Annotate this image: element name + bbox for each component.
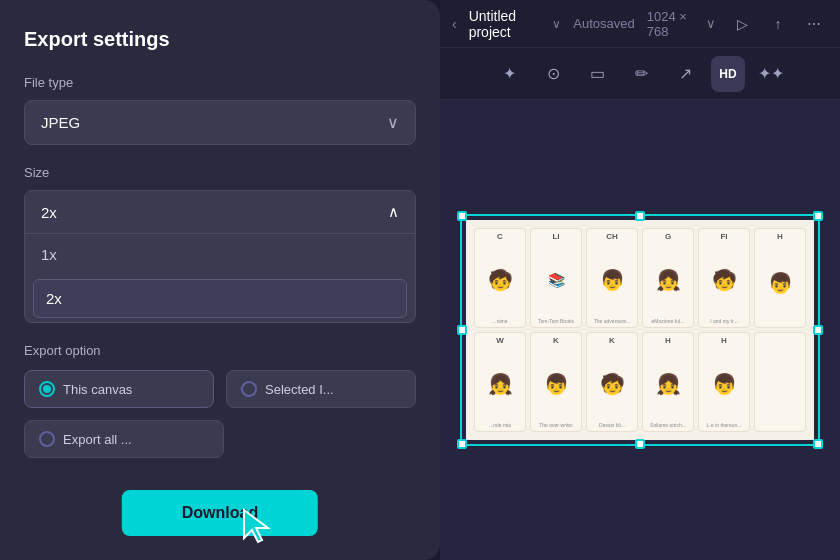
- hd-button[interactable]: HD: [711, 56, 744, 92]
- more-icon[interactable]: ⋯: [800, 10, 828, 38]
- copy-icon[interactable]: ⊙: [535, 56, 571, 92]
- top-bar-actions: ▷ ↑ ⋯: [728, 10, 828, 38]
- size-option-1x[interactable]: 1x: [25, 234, 415, 275]
- canvas-selection-border: C 🧒 ...nime Ll 📚 Tom-Tom Books CH 👦 The …: [460, 214, 820, 446]
- size-select[interactable]: 2x ∧: [24, 190, 416, 234]
- frame-icon[interactable]: ▭: [579, 56, 615, 92]
- corner-handle-bottom-right[interactable]: [813, 439, 823, 449]
- flash-card-3: CH 👦 The adventure...: [586, 228, 638, 328]
- export-options-row: This canvas Selected I...: [24, 370, 416, 408]
- export-all-label: Export all ...: [63, 432, 132, 447]
- export-all-radio: [39, 431, 55, 447]
- export-option-label: Export option: [24, 343, 416, 358]
- size-value: 2x: [41, 204, 57, 221]
- flash-card-8: K 👦 The over-writer: [530, 332, 582, 432]
- effects-icon[interactable]: ✦✦: [753, 56, 789, 92]
- canvas-area: C 🧒 ...nime Ll 📚 Tom-Tom Books CH 👦 The …: [440, 100, 840, 560]
- corner-handle-top-left[interactable]: [457, 211, 467, 221]
- export-all-option[interactable]: Export all ...: [24, 420, 224, 458]
- flash-card-7: W 👧 ...nde mia: [474, 332, 526, 432]
- flash-card-4: G 👧 eMozione-ful...: [642, 228, 694, 328]
- this-canvas-option[interactable]: This canvas: [24, 370, 214, 408]
- back-nav-icon[interactable]: ‹: [452, 16, 457, 32]
- corner-handle-bottom-mid[interactable]: [635, 439, 645, 449]
- play-icon[interactable]: ▷: [728, 10, 756, 38]
- share-icon[interactable]: ↑: [764, 10, 792, 38]
- flash-card-10: H 👧 Soliamo-strich...: [642, 332, 694, 432]
- size-option-2x[interactable]: 2x: [33, 279, 407, 318]
- corner-handle-top-mid[interactable]: [635, 211, 645, 221]
- canvas-size-text: 1024 × 768: [647, 9, 702, 39]
- canvas-size-chevron-icon[interactable]: ∨: [706, 16, 716, 31]
- file-type-select[interactable]: JPEG ∨: [24, 100, 416, 145]
- file-type-label: File type: [24, 75, 416, 90]
- size-chevron: ∧: [388, 203, 399, 221]
- selected-option[interactable]: Selected I...: [226, 370, 416, 408]
- project-chevron-icon[interactable]: ∨: [552, 17, 561, 31]
- file-type-value: JPEG: [41, 114, 80, 131]
- corner-handle-bottom-left[interactable]: [457, 439, 467, 449]
- project-title-text: Untitled project: [469, 8, 549, 40]
- size-options-list: 1x 2x: [24, 234, 416, 323]
- canvas-size-display: 1024 × 768 ∨: [647, 9, 716, 39]
- flash-cards-grid: C 🧒 ...nime Ll 📚 Tom-Tom Books CH 👦 The …: [466, 220, 814, 440]
- flash-card-5: FI 🧒 I and my fr...: [698, 228, 750, 328]
- selected-label: Selected I...: [265, 382, 334, 397]
- download-button[interactable]: Download: [122, 490, 318, 536]
- link-icon[interactable]: ↗: [667, 56, 703, 92]
- flash-card-6: H 👦: [754, 228, 806, 328]
- top-bar: ‹ Untitled project ∨ Autosaved 1024 × 76…: [440, 0, 840, 48]
- panel-title: Export settings: [24, 28, 416, 51]
- flash-card-9: K 🧒 Dessin bli...: [586, 332, 638, 432]
- flash-card-2: Ll 📚 Tom-Tom Books: [530, 228, 582, 328]
- corner-handle-mid-left[interactable]: [457, 325, 467, 335]
- corner-handle-mid-right[interactable]: [813, 325, 823, 335]
- canvas-content: C 🧒 ...nime Ll 📚 Tom-Tom Books CH 👦 The …: [460, 214, 820, 446]
- autosaved-status: Autosaved: [573, 16, 634, 31]
- this-canvas-radio: [39, 381, 55, 397]
- canvas-toolbar: ✦ ⊙ ▭ ✏ ↗ HD ✦✦: [440, 48, 840, 100]
- size-container: 2x ∧ 1x 2x: [24, 190, 416, 323]
- size-label: Size: [24, 165, 416, 180]
- flash-card-11: H 👦 L-e in thereun...: [698, 332, 750, 432]
- corner-handle-top-right[interactable]: [813, 211, 823, 221]
- file-type-chevron: ∨: [387, 113, 399, 132]
- project-title-container: Untitled project ∨: [469, 8, 562, 40]
- magic-tool-icon[interactable]: ✦: [491, 56, 527, 92]
- this-canvas-label: This canvas: [63, 382, 132, 397]
- edit-icon[interactable]: ✏: [623, 56, 659, 92]
- flash-card-12: [754, 332, 806, 432]
- export-settings-panel: Export settings File type JPEG ∨ Size 2x…: [0, 0, 440, 560]
- flash-card-1: C 🧒 ...nime: [474, 228, 526, 328]
- right-panel: ‹ Untitled project ∨ Autosaved 1024 × 76…: [440, 0, 840, 560]
- selected-radio: [241, 381, 257, 397]
